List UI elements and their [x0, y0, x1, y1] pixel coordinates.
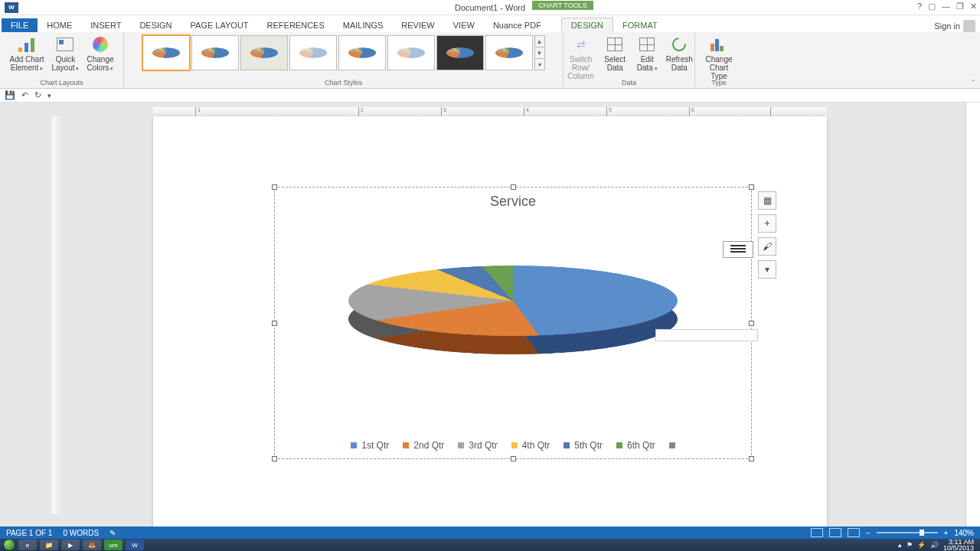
layout-options-button[interactable]: ▦ — [758, 191, 776, 210]
tab-insert[interactable]: INSERT — [81, 18, 130, 32]
chart-filters-button[interactable]: ▾ — [758, 260, 776, 279]
resize-handle-sw[interactable] — [272, 456, 277, 461]
qat-customize-icon[interactable]: ▾ — [47, 92, 51, 99]
tab-home[interactable]: HOME — [38, 18, 81, 32]
legend-swatch — [669, 442, 675, 448]
quick-layout-button[interactable]: Quick Layout — [49, 34, 83, 74]
tray-chevron-icon[interactable]: ▴ — [898, 541, 902, 549]
tab-nuance-pdf[interactable]: Nuance PDF — [484, 18, 550, 32]
edit-data-button[interactable]: Edit Data — [632, 34, 662, 74]
chart-legend[interactable]: 1st Qtr 2nd Qtr 3rd Qtr 4th Qtr 5th Qtr … — [275, 440, 751, 451]
legend-swatch — [403, 442, 409, 448]
chart-elements-button[interactable]: + — [758, 214, 776, 233]
tab-view[interactable]: VIEW — [444, 18, 484, 32]
chart-styles-scroller[interactable]: ▲▼▾ — [534, 35, 545, 70]
status-area: PAGE 1 OF 1 0 WORDS ✎ − + 140% e 📁 ▶ 🦊 u… — [0, 527, 980, 551]
system-clock[interactable]: 3:11 AM 10/5/2013 — [943, 539, 974, 551]
close-icon[interactable]: ✕ — [970, 2, 977, 11]
tab-review[interactable]: REVIEW — [392, 18, 443, 32]
tab-mailings[interactable]: MAILINGS — [334, 18, 393, 32]
taskbar-word-icon[interactable]: W — [126, 540, 144, 550]
taskbar-ie-icon[interactable]: e — [18, 540, 37, 550]
legend-item: 6th Qtr — [616, 440, 655, 451]
chart-style-8[interactable] — [485, 35, 533, 70]
save-icon[interactable]: 💾 — [5, 90, 15, 100]
undo-icon[interactable]: ↶ — [21, 90, 28, 100]
word-count[interactable]: 0 WORDS — [63, 529, 99, 537]
tray-volume-icon[interactable]: 🔊 — [930, 541, 939, 549]
legend-item-empty — [669, 440, 675, 451]
resize-handle-n[interactable] — [511, 184, 516, 190]
tab-page-layout[interactable]: PAGE LAYOUT — [181, 18, 258, 32]
chart-style-2[interactable] — [191, 35, 239, 70]
start-button[interactable] — [3, 539, 15, 551]
system-tray[interactable]: ▴ ⚑ ⚡ 🔊 3:11 AM 10/5/2013 — [898, 539, 977, 551]
zoom-level[interactable]: 140% — [954, 529, 974, 537]
document-page[interactable]: Service 1st Qtr 2nd Qtr 3rd Qtr 4th Qtr … — [153, 116, 827, 527]
collapse-ribbon-icon[interactable]: ˄ — [972, 79, 975, 86]
sign-in-link[interactable]: Sign in — [934, 20, 975, 32]
page-indicator[interactable]: PAGE 1 OF 1 — [6, 529, 52, 537]
select-data-button[interactable]: Select Data — [599, 34, 630, 73]
quick-layout-icon — [57, 37, 74, 51]
legend-item: 5th Qtr — [564, 440, 603, 451]
restore-icon[interactable]: ❐ — [956, 2, 964, 11]
taskbar-media-icon[interactable]: ▶ — [61, 540, 80, 550]
taskbar-explorer-icon[interactable]: 📁 — [40, 540, 58, 550]
ribbon: Add Chart Element Quick Layout Change Co… — [0, 32, 980, 89]
resize-handle-e[interactable] — [749, 321, 754, 326]
chart-object[interactable]: Service 1st Qtr 2nd Qtr 3rd Qtr 4th Qtr … — [274, 187, 752, 459]
legend-swatch — [351, 442, 357, 448]
word-app-icon: W — [5, 2, 18, 13]
chart-styles-button[interactable]: 🖌 — [758, 237, 776, 256]
refresh-data-button[interactable]: Refresh Data — [664, 34, 694, 73]
chart-style-5[interactable] — [338, 35, 386, 70]
ribbon-display-icon[interactable]: ▢ — [928, 2, 936, 11]
pie-chart[interactable] — [348, 220, 678, 419]
proofing-icon[interactable]: ✎ — [109, 529, 116, 537]
switch-row-column-button[interactable]: ⇄ Switch Row/ Column — [564, 34, 598, 82]
redo-icon[interactable]: ↻ — [34, 90, 41, 100]
group-chart-styles: ▲▼▾ Chart Styles — [124, 32, 564, 88]
print-layout-button[interactable] — [829, 528, 841, 537]
chart-title[interactable]: Service — [275, 194, 751, 210]
avatar-icon — [963, 20, 975, 32]
taskbar-app-icon[interactable]: um — [104, 540, 122, 550]
chart-style-3[interactable] — [240, 35, 288, 70]
resize-handle-ne[interactable] — [749, 184, 754, 190]
word-status-bar: PAGE 1 OF 1 0 WORDS ✎ − + 140% — [0, 527, 980, 539]
help-icon[interactable]: ? — [917, 2, 922, 11]
tray-network-icon[interactable]: ⚡ — [917, 541, 926, 549]
tab-chart-design[interactable]: DESIGN — [561, 18, 613, 32]
vertical-ruler[interactable] — [52, 116, 61, 514]
zoom-out-button[interactable]: − — [866, 529, 871, 537]
horizontal-ruler[interactable]: 1 2 3 4 5 6 — [153, 107, 827, 116]
zoom-slider[interactable] — [877, 532, 938, 533]
resize-handle-nw[interactable] — [272, 184, 277, 190]
legend-swatch — [511, 442, 518, 448]
legend-swatch — [616, 442, 622, 448]
resize-handle-se[interactable] — [749, 456, 754, 461]
tray-flag-icon[interactable]: ⚑ — [906, 541, 913, 549]
resize-handle-s[interactable] — [511, 456, 516, 461]
minimize-icon[interactable]: — — [942, 2, 950, 11]
resize-handle-w[interactable] — [272, 321, 277, 326]
chart-style-1[interactable] — [142, 35, 190, 70]
tab-references[interactable]: REFERENCES — [258, 18, 334, 32]
add-chart-element-button[interactable]: Add Chart Element — [6, 34, 47, 74]
chart-style-7[interactable] — [436, 35, 484, 70]
read-mode-button[interactable] — [811, 528, 823, 537]
zoom-in-button[interactable]: + — [944, 529, 949, 537]
chart-style-4[interactable] — [289, 35, 337, 70]
tab-design[interactable]: DESIGN — [130, 18, 181, 32]
change-chart-type-button[interactable]: Change Chart Type — [698, 34, 740, 82]
web-layout-button[interactable] — [848, 528, 860, 537]
legend-swatch — [564, 442, 570, 448]
chart-type-icon — [710, 37, 727, 51]
tab-file[interactable]: FILE — [2, 18, 38, 32]
change-colors-button[interactable]: Change Colors — [83, 34, 116, 74]
taskbar-firefox-icon[interactable]: 🦊 — [83, 540, 101, 550]
chart-style-6[interactable] — [387, 35, 435, 70]
layout-flyout-icon[interactable] — [723, 241, 753, 258]
tab-chart-format[interactable]: FORMAT — [613, 18, 667, 32]
